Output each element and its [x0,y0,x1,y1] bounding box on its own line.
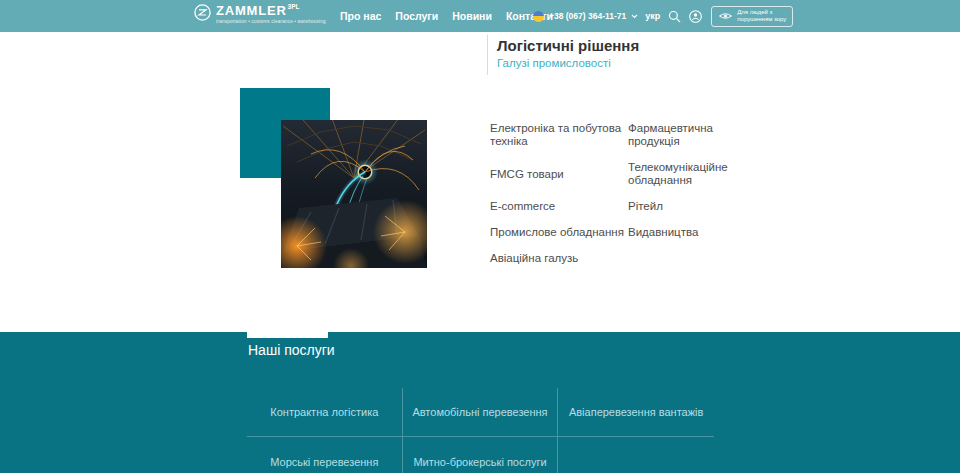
white-decor-notch [247,316,328,338]
chevron-down-icon[interactable] [631,14,638,19]
industry-item[interactable]: E-commerce [490,200,628,213]
header-utilities: +38 (067) 364-11-71 укр Для людей з пору… [533,0,793,32]
zammler-logo[interactable]: ZAMMLER 3PL transportation • customs cle… [194,4,335,25]
footer-service-link[interactable]: Автомобільні перевезення [403,388,559,437]
language-selector[interactable]: укр [645,11,660,21]
industries-section-link[interactable]: Галузі промисловості [497,57,611,69]
footer-service-link[interactable]: Авіаперевезення вантажів [558,388,714,437]
footer-services-heading: Наші послуги [248,342,335,358]
nav-item[interactable]: Про нас [340,10,381,22]
footer-service-link[interactable]: Контрактна логістика [247,388,403,437]
industry-item[interactable]: Телекомунікаційне обладнання [628,161,746,187]
page: ZAMMLER 3PL transportation • customs cle… [0,0,960,473]
footer-services-grid: Контрактна логістикаАвтомобільні перевез… [247,388,714,473]
nav-item[interactable]: Послуги [395,10,438,22]
industry-item[interactable]: Видавництва [628,226,746,239]
zammler-logo-icon [194,4,211,25]
main-nav: Про насПослугиНовиниКонтакти [340,0,553,32]
industry-row: Промислове обладнання Видавництва [490,226,750,239]
logo-tagline: transportation • customs clearance • war… [216,19,326,24]
industries-list: Електроніка та побутова техніка Фармацев… [490,122,750,278]
industry-item[interactable]: Промислове обладнання [490,226,628,239]
industry-item[interactable]: FMCG товари [490,168,628,181]
industry-item[interactable]: Рітейл [628,200,746,213]
industry-photo [281,120,427,268]
industry-item[interactable]: Електроніка та побутова техніка [490,122,628,148]
logo-3pl-superscript: 3PL [288,4,300,11]
industry-row: Авіаційна галузь [490,252,750,265]
eye-icon [718,9,733,24]
industry-row: E-commerce Рітейл [490,200,750,213]
user-icon[interactable] [689,10,702,23]
footer-service-link[interactable] [558,437,714,473]
logo-brand-text: ZAMMLER [216,4,287,17]
footer-service-link[interactable]: Морські перевезення [247,437,403,473]
nav-item[interactable]: Новини [452,10,492,22]
search-icon[interactable] [668,10,681,23]
industry-row: Електроніка та побутова техніка Фармацев… [490,122,750,148]
ukraine-flag-icon [533,11,544,22]
top-navigation-bar: ZAMMLER 3PL transportation • customs cle… [0,0,960,32]
industry-item[interactable]: Фармацевтична продукція [628,122,746,148]
page-title: Логістичні рішення [497,37,639,54]
accessibility-button-line1: Для людей з [737,9,786,16]
industry-row: FMCG товари Телекомунікаційне обладнання [490,161,750,187]
accessibility-mode-button[interactable]: Для людей з порушенням зору [711,6,793,27]
footer-service-link[interactable]: Митно-брокерські послуги [403,437,559,473]
accessibility-button-line2: порушенням зору [737,16,786,23]
industry-item[interactable]: Авіаційна галузь [490,252,628,265]
phone-number-link[interactable]: +38 (067) 364-11-71 [549,11,626,21]
title-left-divider [487,35,488,75]
